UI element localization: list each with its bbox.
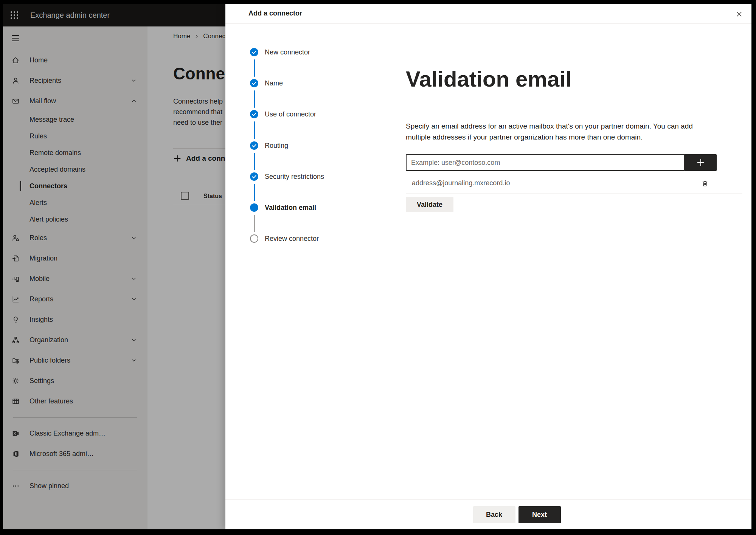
address-list-item: address@journaling.mxrecord.io bbox=[406, 173, 717, 193]
delete-address-button[interactable] bbox=[700, 178, 710, 188]
next-button[interactable]: Next bbox=[518, 506, 561, 523]
wizard-steps: New connector Name Use of connector Rout… bbox=[225, 24, 379, 499]
app-window: Exchange admin center Home Recipients bbox=[3, 4, 751, 529]
panel-footer: Back Next bbox=[225, 499, 751, 529]
address-list-divider bbox=[406, 193, 742, 194]
screenshot-frame: Exchange admin center Home Recipients bbox=[0, 0, 756, 535]
panel-title: Add a connector bbox=[248, 9, 302, 17]
step-connector-line bbox=[254, 153, 255, 170]
step-connector-line bbox=[254, 184, 255, 201]
add-connector-panel: Add a connector New connector Name bbox=[225, 4, 751, 529]
step-heading: Validation email bbox=[406, 66, 571, 91]
step-connector-line bbox=[254, 59, 255, 77]
address-email: address@journaling.mxrecord.io bbox=[412, 179, 510, 187]
panel-header: Add a connector bbox=[225, 4, 751, 24]
panel-body: New connector Name Use of connector Rout… bbox=[225, 24, 751, 499]
add-email-button[interactable] bbox=[685, 154, 717, 171]
email-input-row bbox=[406, 154, 717, 171]
step-current-icon bbox=[250, 203, 258, 212]
validate-button[interactable]: Validate bbox=[406, 197, 453, 212]
step-connector-line bbox=[254, 90, 255, 108]
step-connector-line bbox=[254, 215, 255, 232]
step-connector-line bbox=[254, 121, 255, 139]
trash-icon bbox=[701, 180, 709, 188]
email-input[interactable] bbox=[406, 154, 685, 171]
step-completed-icon bbox=[250, 110, 258, 118]
plus-icon bbox=[696, 158, 706, 167]
step-completed-icon bbox=[250, 79, 258, 87]
step-completed-icon bbox=[250, 48, 258, 56]
step-completed-icon bbox=[250, 141, 258, 150]
step-upcoming-icon bbox=[250, 234, 258, 243]
close-icon bbox=[735, 10, 743, 18]
step-completed-icon bbox=[250, 172, 258, 181]
step-content: Validation email Specify an email addres… bbox=[379, 24, 751, 499]
close-button[interactable] bbox=[732, 7, 746, 21]
step-description: Specify an email address for an active m… bbox=[406, 121, 705, 143]
back-button[interactable]: Back bbox=[473, 506, 515, 523]
